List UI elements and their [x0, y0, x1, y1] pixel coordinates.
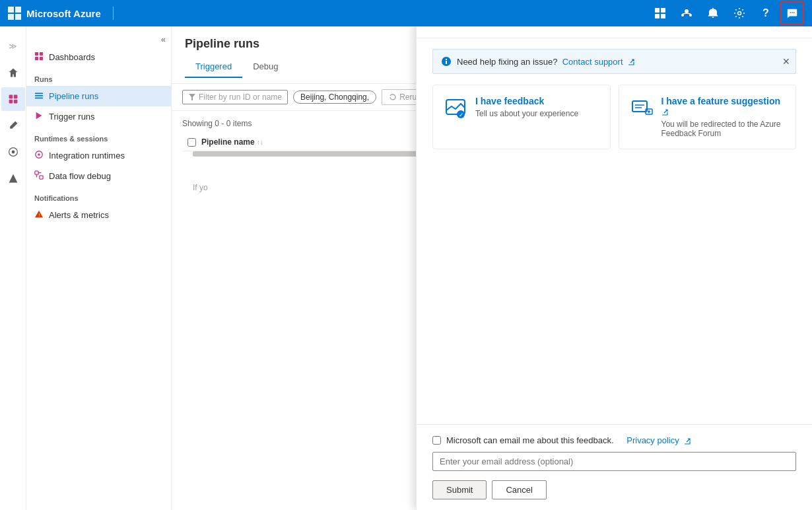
- feedback-panel: Give feedback to Microsoft Need help fix…: [416, 0, 812, 510]
- pipeline-runs-icon: [34, 91, 44, 102]
- contact-support-link[interactable]: Contact support: [562, 57, 634, 67]
- filter-input-placeholder: Filter by run ID or name: [199, 92, 282, 102]
- sidebar-label-pipeline-runs: Pipeline runs: [49, 91, 98, 101]
- svg-rect-23: [35, 93, 43, 94]
- bell-icon-btn[interactable]: [701, 1, 725, 25]
- filter-input-container[interactable]: Filter by run ID or name: [182, 90, 288, 104]
- sort-pipeline-name-icon[interactable]: ↑↓: [257, 139, 263, 146]
- email-consent-checkbox[interactable]: [432, 436, 441, 445]
- sidebar-item-data-flow-debug[interactable]: Data flow debug: [26, 166, 171, 186]
- privacy-policy-link[interactable]: Privacy policy: [626, 435, 691, 445]
- azure-logo-icon: [8, 7, 21, 20]
- svg-rect-45: [632, 101, 647, 112]
- feedback-icon-btn[interactable]: [780, 1, 804, 25]
- main-layout: ≫ «: [0, 26, 812, 510]
- tab-debug[interactable]: Debug: [242, 56, 288, 78]
- topbar-divider: [113, 7, 114, 20]
- info-bar-text: Need help fixing an issue? Contact suppo…: [457, 57, 634, 67]
- svg-point-5: [681, 14, 684, 17]
- svg-line-8: [687, 13, 691, 14]
- sidebar-label-integration-runtimes: Integration runtimes: [49, 151, 125, 161]
- svg-rect-3: [661, 14, 665, 18]
- select-all-checkbox[interactable]: [187, 138, 196, 147]
- filter-icon: [188, 93, 196, 101]
- feature-card-text: I have a feature suggestion You will be …: [661, 96, 786, 138]
- svg-rect-24: [35, 95, 43, 96]
- sidebar-section-runs: Runs: [26, 67, 171, 86]
- svg-rect-2: [655, 14, 660, 18]
- deploy-btn[interactable]: [1, 166, 25, 190]
- feedback-card-title: I have feedback: [475, 96, 578, 106]
- feedback-cards: ✓ I have feedback Tell us about your exp…: [432, 85, 796, 149]
- integration-runtimes-icon: [34, 150, 44, 161]
- directory-icon-btn[interactable]: [675, 1, 698, 25]
- home-icon: [8, 67, 18, 78]
- sidebar-label-alerts-metrics: Alerts & metrics: [49, 210, 109, 220]
- privacy-external-icon: [684, 438, 691, 445]
- tab-triggered[interactable]: Triggered: [185, 56, 242, 78]
- data-flow-icon: [34, 170, 44, 182]
- data-icon: [8, 147, 18, 157]
- topbar-icon-group: ?: [648, 1, 804, 25]
- deploy-icon: [8, 173, 18, 184]
- app-logo: Microsoft Azure: [8, 7, 648, 20]
- cancel-button[interactable]: Cancel: [492, 480, 546, 499]
- info-bar-close-btn[interactable]: ✕: [782, 56, 790, 67]
- data-btn[interactable]: [1, 140, 25, 164]
- svg-rect-41: [446, 59, 447, 60]
- pencil-icon: [8, 120, 18, 131]
- home-btn[interactable]: [1, 61, 25, 85]
- help-icon: ?: [762, 7, 769, 19]
- svg-rect-30: [40, 176, 43, 179]
- expand-strip-btn[interactable]: ≫: [1, 34, 25, 58]
- svg-rect-29: [35, 171, 38, 174]
- sidebar-section-notifications: Notifications: [26, 186, 171, 205]
- feedback-card-text: I have feedback Tell us about your exper…: [475, 96, 578, 118]
- sidebar-item-pipeline-runs[interactable]: Pipeline runs: [26, 86, 171, 106]
- sidebar-item-dashboards[interactable]: Dashboards: [26, 47, 171, 67]
- svg-rect-15: [9, 100, 13, 104]
- sidebar-label-dashboards: Dashboards: [49, 52, 95, 62]
- app-title: Microsoft Azure: [26, 8, 101, 19]
- svg-rect-13: [9, 95, 13, 99]
- svg-rect-19: [35, 52, 38, 55]
- svg-line-7: [683, 13, 687, 14]
- sidebar-label-data-flow-debug: Data flow debug: [49, 171, 111, 181]
- location-chip-label: Beijing, Chongqing,: [300, 92, 369, 102]
- svg-rect-21: [35, 57, 38, 60]
- svg-rect-14: [13, 95, 17, 99]
- feedback-card-desc: Tell us about your experience: [475, 109, 578, 118]
- email-address-input[interactable]: [432, 452, 796, 471]
- trigger-runs-icon: [34, 111, 44, 122]
- info-bar: Need help fixing an issue? Contact suppo…: [432, 49, 796, 74]
- sidebar-item-integration-runtimes[interactable]: Integration runtimes: [26, 145, 171, 166]
- svg-rect-22: [40, 57, 43, 60]
- svg-marker-26: [36, 112, 42, 120]
- help-icon-btn[interactable]: ?: [754, 1, 778, 25]
- feature-external-icon: [661, 109, 668, 116]
- sidebar-item-trigger-runs[interactable]: Trigger runs: [26, 106, 171, 127]
- feedback-card-feature[interactable]: I have a feature suggestion You will be …: [619, 85, 797, 149]
- settings-icon-btn[interactable]: [727, 1, 751, 25]
- settings-icon: [733, 7, 745, 19]
- feedback-card-feedback[interactable]: ✓ I have feedback Tell us about your exp…: [432, 85, 611, 149]
- sidebar-section-runtimes: Runtimes & sessions: [26, 127, 171, 145]
- portal-icon-btn[interactable]: [648, 1, 672, 25]
- svg-point-28: [38, 153, 40, 156]
- svg-point-12: [794, 12, 795, 13]
- monitor-btn[interactable]: [1, 87, 25, 111]
- collapse-sidebar-btn[interactable]: «: [26, 32, 171, 47]
- feedback-body: Need help fixing an issue? Contact suppo…: [417, 38, 812, 424]
- email-consent-row: Microsoft can email me about this feedba…: [432, 435, 796, 445]
- sidebar-item-alerts-metrics[interactable]: ! Alerts & metrics: [26, 205, 171, 225]
- sidebar-label-trigger-runs: Trigger runs: [49, 112, 95, 122]
- svg-point-18: [11, 151, 15, 154]
- icon-strip: ≫: [0, 26, 26, 510]
- svg-point-9: [738, 12, 741, 15]
- monitor-icon: [8, 94, 18, 104]
- pencil-btn[interactable]: [1, 114, 25, 137]
- svg-text:!: !: [38, 212, 40, 218]
- submit-button[interactable]: Submit: [432, 480, 487, 499]
- portal-icon: [654, 7, 666, 19]
- location-chip[interactable]: Beijing, Chongqing,: [293, 91, 376, 104]
